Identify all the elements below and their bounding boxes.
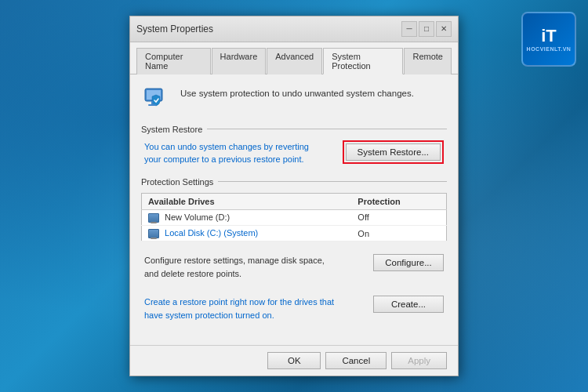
drive-protection-cell: On [351,226,446,241]
logo-badge: iT HOCVIENLT.VN [521,12,576,67]
create-button[interactable]: Create... [373,296,444,313]
table-row: Local Disk (C:) (System) On [142,226,447,241]
minimize-button[interactable]: ─ [401,21,417,37]
header-row: Use system protection to undo unwanted s… [141,84,447,114]
tab-advanced[interactable]: Advanced [267,48,322,74]
dialog-content: Use system protection to undo unwanted s… [130,74,458,345]
configure-button[interactable]: Configure... [373,254,444,271]
svg-rect-3 [148,104,156,106]
system-restore-label: System Restore [141,125,447,134]
drives-column-header: Available Drives [142,193,352,209]
drive-protection-cell: Off [351,209,446,225]
dialog-title: System Properties [136,24,213,34]
drives-table: Available Drives Protection New Volume (… [141,193,447,241]
shield-icon-area [141,84,172,114]
system-properties-dialog: System Properties ─ □ ✕ Computer Name Ha… [129,16,459,376]
protection-settings-section: Protection Settings Available Drives Pro… [141,177,447,326]
restore-description: You can undo system changes by reverting… [144,140,335,166]
svg-rect-2 [151,101,153,104]
tab-computer-name[interactable]: Computer Name [136,48,211,74]
tab-system-protection[interactable]: System Protection [323,48,403,74]
restore-section: You can undo system changes by reverting… [141,140,447,166]
table-row: New Volume (D:) Off [142,209,447,225]
tab-hardware[interactable]: Hardware [212,48,267,74]
drive-name-cell: New Volume (D:) [142,209,352,225]
create-row: Create a restore point right now for the… [141,291,447,326]
ok-button[interactable]: OK [267,352,321,369]
bottom-button-bar: OK Cancel Apply [130,345,458,376]
computer-shield-icon [142,84,172,114]
protection-settings-label: Protection Settings [141,177,447,187]
system-restore-btn-wrapper: System Restore... [343,140,444,164]
cancel-button[interactable]: Cancel [325,352,387,369]
create-description: Create a restore point right now for the… [144,296,365,321]
tab-remote[interactable]: Remote [404,48,452,74]
system-restore-section: System Restore You can undo system chang… [141,125,447,166]
tabs-container: Computer Name Hardware Advanced System P… [130,42,458,74]
drive-icon [148,229,159,238]
drive-name-cell: Local Disk (C:) (System) [142,226,352,241]
header-description: Use system protection to undo unwanted s… [180,84,414,100]
apply-button[interactable]: Apply [391,352,447,369]
close-button[interactable]: ✕ [436,21,452,37]
system-restore-button[interactable]: System Restore... [346,143,441,161]
configure-description: Configure restore settings, manage disk … [144,254,365,280]
logo-it-text: iT [541,27,557,45]
title-bar-controls: ─ □ ✕ [401,21,452,37]
logo-site-text: HOCVIENLT.VN [527,46,572,52]
configure-row: Configure restore settings, manage disk … [141,249,447,285]
title-bar: System Properties ─ □ ✕ [130,16,458,42]
drive-icon [148,213,159,223]
protection-column-header: Protection [351,193,446,209]
maximize-button[interactable]: □ [419,21,434,37]
